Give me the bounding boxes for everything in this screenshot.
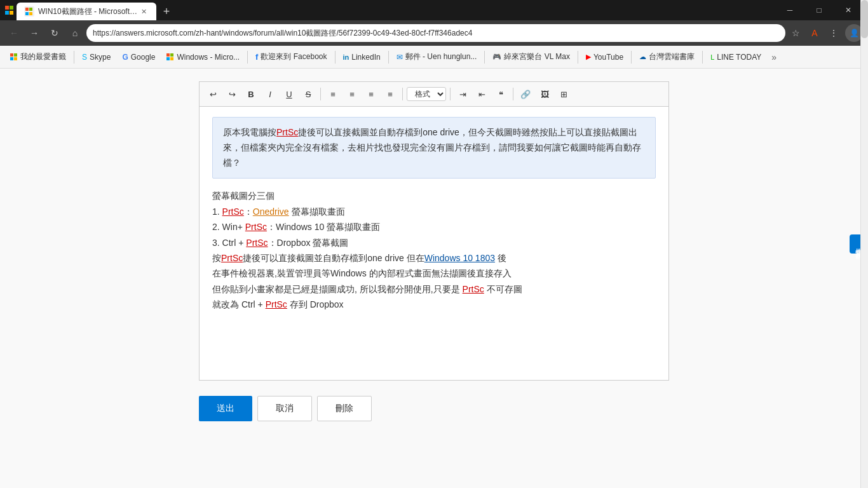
prtsc-link-2[interactable]: PrtSc xyxy=(222,207,244,217)
item2-line: 2. Win+ PrtSc：Windows 10 螢幕擷取畫面 xyxy=(212,220,656,234)
link-button[interactable]: 🔗 xyxy=(517,86,534,102)
bf-icon: 🎮 xyxy=(492,53,501,61)
format-select[interactable]: 格式 xyxy=(407,87,446,101)
bottom-buttons: 送出 取消 刪除 xyxy=(199,396,669,421)
line6: 但你貼到小畫家都是已經是擷圖成功, 所以我都分開使用,只要是 PrtSc 不可存… xyxy=(212,282,656,296)
redo-button[interactable]: ↪ xyxy=(224,86,240,102)
minimize-button[interactable]: ─ xyxy=(775,0,804,20)
win-icon xyxy=(10,53,18,61)
bookmark-label: LinkedIn xyxy=(351,53,380,62)
bookmark-bf[interactable]: 🎮 綽來宮樂台 VL Max xyxy=(487,49,575,65)
prtsc-link-7[interactable]: PrtSc xyxy=(266,299,287,309)
bookmark-skype[interactable]: S Skype xyxy=(77,50,116,64)
prtsc-link-6[interactable]: PrtSc xyxy=(463,284,484,294)
menu-icon[interactable]: ⋮ xyxy=(826,25,841,41)
line4: 按PrtSc捷後可以直接截圖並自動存檔到one drive 但在Windows … xyxy=(212,251,656,265)
align-center-button[interactable]: ≡ xyxy=(344,86,360,102)
strikethrough-button[interactable]: S xyxy=(300,86,316,102)
align-left-button[interactable]: ≡ xyxy=(325,86,341,102)
content-area: 螢幕截圖分三個 1. PrtSc：Onedrive 螢幕擷取畫面 2. Win+… xyxy=(212,189,656,311)
skype-icon: S xyxy=(82,53,87,62)
tab-close-button[interactable]: ✕ xyxy=(139,6,149,17)
delete-button[interactable]: 刪除 xyxy=(317,396,372,421)
item3-line: 3. Ctrl + PrtSc：Dropbox 螢幕截圖 xyxy=(212,236,656,250)
google-icon: G xyxy=(122,53,128,62)
refresh-button[interactable]: ↻ xyxy=(46,24,64,42)
tab-bar: WIN10截圖路徑 - Microsoft Co... ✕ + xyxy=(17,0,175,20)
bookmark-label: 台灣雲端書庫 xyxy=(649,51,695,62)
new-tab-button[interactable]: + xyxy=(158,3,175,20)
forward-button[interactable]: → xyxy=(25,24,43,42)
bookmark-separator xyxy=(484,51,485,64)
blockquote-button[interactable]: ❝ xyxy=(492,86,509,102)
bookmark-separator xyxy=(702,51,703,64)
bookmark-facebook[interactable]: f 歡迎來到 Facebook xyxy=(250,49,332,65)
bookmark-label: 郵件 - Uen hunglun... xyxy=(405,51,477,62)
toolbar-separator xyxy=(513,88,513,100)
justify-button[interactable]: ≡ xyxy=(382,86,398,102)
onedrive-link[interactable]: Onedrive xyxy=(253,207,289,217)
item2-prefix: 2. Win+ xyxy=(212,222,245,232)
bookmark-separator xyxy=(631,51,632,64)
scrollbar[interactable] xyxy=(860,0,868,488)
back-button[interactable]: ← xyxy=(5,24,23,42)
align-right-button[interactable]: ≡ xyxy=(363,86,379,102)
bookmark-separator xyxy=(247,51,248,64)
italic-button[interactable]: I xyxy=(262,86,278,102)
bookmarks-bar: 我的最愛書籤 S Skype G Google Windows - Micro.… xyxy=(0,46,868,69)
bookmark-separator xyxy=(388,51,389,64)
bookmark-line-today[interactable]: L LINE TODAY xyxy=(705,50,766,64)
outdent-button[interactable]: ⇤ xyxy=(473,86,490,102)
intro-line: 螢幕截圖分三個 xyxy=(212,189,656,203)
browser-icon xyxy=(5,6,14,15)
bookmark-google[interactable]: G Google xyxy=(117,50,160,64)
windows-version-link[interactable]: Windows 10 1803 xyxy=(424,253,495,263)
maximize-button[interactable]: □ xyxy=(804,0,834,20)
undo-button[interactable]: ↩ xyxy=(205,86,221,102)
cancel-button[interactable]: 取消 xyxy=(257,396,312,421)
bookmark-label: 我的最愛書籤 xyxy=(20,51,66,62)
prtsc-link-4[interactable]: PrtSc xyxy=(246,238,268,248)
line6-prefix: 但你貼到小畫家都是已經是擷圖成功, 所以我都分開使用,只要是 xyxy=(212,284,463,294)
active-tab[interactable]: WIN10截圖路徑 - Microsoft Co... ✕ xyxy=(17,3,156,20)
close-button[interactable]: ✕ xyxy=(834,0,863,20)
main-content: ↩ ↪ B I U S ≡ ≡ ≡ ≡ 格式 ⇥ ⇤ ❝ 🔗 🖼 ⊞ xyxy=(0,69,868,488)
item1-text: 螢幕擷取畫面 xyxy=(289,207,345,217)
scrollbar-thumb[interactable] xyxy=(861,0,868,38)
bookmark-label: LINE TODAY xyxy=(717,53,761,62)
acrobat-icon[interactable]: A xyxy=(807,25,822,41)
home-button[interactable]: ⌂ xyxy=(66,24,84,42)
underline-button[interactable]: U xyxy=(281,86,297,102)
bookmark-taiwan-cloud[interactable]: ☁ 台灣雲端書庫 xyxy=(634,49,700,65)
image-button[interactable]: 🖼 xyxy=(536,86,553,102)
prtsc-link-1[interactable]: PrtSc xyxy=(276,127,298,137)
editor-body[interactable]: 原本我電腦按PrtSc捷後可以直接截圖並自動存檔到one drive，但今天截圖… xyxy=(200,107,668,380)
bookmark-my-favorites[interactable]: 我的最愛書籤 xyxy=(5,49,71,65)
item1-line: 1. PrtSc：Onedrive 螢幕擷取畫面 xyxy=(212,205,656,219)
item3-prefix: 3. Ctrl + xyxy=(212,238,246,248)
bookmark-windows[interactable]: Windows - Micro... xyxy=(161,50,245,64)
quoted-block: 原本我電腦按PrtSc捷後可以直接截圖並自動存檔到one drive，但今天截圖… xyxy=(212,117,656,179)
line7: 就改為 Ctrl + PrtSc 存到 Dropbox xyxy=(212,297,656,311)
editor-container: ↩ ↪ B I U S ≡ ≡ ≡ ≡ 格式 ⇥ ⇤ ❝ 🔗 🖼 ⊞ xyxy=(199,81,669,381)
indent-button[interactable]: ⇥ xyxy=(454,86,471,102)
bookmark-mail[interactable]: ✉ 郵件 - Uen hunglun... xyxy=(391,49,482,65)
star-icon[interactable]: ☆ xyxy=(788,25,803,41)
bookmark-linkedin[interactable]: in LinkedIn xyxy=(338,50,386,64)
bold-button[interactable]: B xyxy=(243,86,259,102)
line7-text: 存到 Dropbox xyxy=(287,299,344,309)
editor-toolbar: ↩ ↪ B I U S ≡ ≡ ≡ ≡ 格式 ⇥ ⇤ ❝ 🔗 🖼 ⊞ xyxy=(200,82,668,107)
bookmark-label: 綽來宮樂台 VL Max xyxy=(504,51,570,62)
item1-prefix: 1. xyxy=(212,207,222,217)
submit-button[interactable]: 送出 xyxy=(199,396,252,421)
prtsc-link-3[interactable]: PrtSc xyxy=(245,222,267,232)
bookmarks-more-button[interactable]: » xyxy=(768,50,780,65)
item1-sep: ： xyxy=(244,207,253,217)
bookmark-youtube[interactable]: ▶ YouTube xyxy=(581,50,628,64)
url-input[interactable] xyxy=(86,24,785,42)
mail-icon: ✉ xyxy=(397,53,403,62)
table-button[interactable]: ⊞ xyxy=(555,86,572,102)
tab-favicon xyxy=(24,6,34,17)
prtsc-link-5[interactable]: PrtSc xyxy=(221,253,243,263)
addr-right-icons: ☆ A ⋮ 👤 xyxy=(788,24,863,42)
